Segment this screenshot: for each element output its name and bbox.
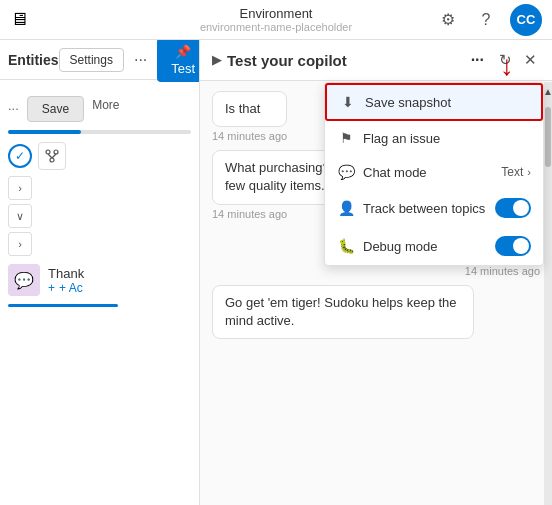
track-topics-item[interactable]: 👤 Track between topics bbox=[325, 189, 543, 227]
add-action[interactable]: + + Ac bbox=[48, 281, 84, 295]
svg-point-1 bbox=[54, 150, 58, 154]
progress-bar-fill bbox=[8, 130, 81, 134]
help-icon: ? bbox=[482, 11, 491, 29]
scrollbar-thumb[interactable] bbox=[545, 107, 551, 167]
action-row-1: ✓ bbox=[8, 142, 191, 170]
main-layout: Entities Settings ··· 📌 Test ... Save Mo… bbox=[0, 40, 552, 505]
chevron-right-icon: › bbox=[527, 166, 531, 178]
chat-bubble-1: Is that bbox=[212, 91, 287, 127]
test-button[interactable]: 📌 Test bbox=[157, 40, 200, 82]
scroll-up-arrow[interactable]: ▲ bbox=[543, 86, 552, 97]
more-button[interactable]: ··· bbox=[128, 49, 153, 71]
is-that-text: Is that bbox=[225, 101, 260, 116]
left-header-row: Entities Settings ··· 📌 Test bbox=[0, 40, 199, 80]
track-icon: 👤 bbox=[337, 200, 355, 216]
chat-mode-value: Text bbox=[501, 165, 523, 179]
flag-icon: ⚑ bbox=[337, 130, 355, 146]
debug-mode-item[interactable]: 🐛 Debug mode bbox=[325, 227, 543, 265]
svg-line-4 bbox=[52, 154, 56, 158]
entities-label: Entities bbox=[8, 52, 59, 68]
environment-title: Environment bbox=[240, 6, 313, 21]
debug-mode-left: 🐛 Debug mode bbox=[337, 238, 437, 254]
debug-mode-label: Debug mode bbox=[363, 239, 437, 254]
svg-point-2 bbox=[50, 158, 54, 162]
svg-line-3 bbox=[48, 154, 52, 158]
three-dots-button[interactable]: ··· bbox=[465, 49, 490, 71]
topic-info: Thank + + Ac bbox=[48, 266, 84, 295]
add-icon: + bbox=[48, 281, 55, 295]
settings-group: Settings ··· 📌 Test bbox=[59, 40, 200, 82]
chat-message-1: Is that 14 minutes ago bbox=[212, 91, 287, 142]
left-progress-bar bbox=[8, 304, 118, 307]
svg-point-0 bbox=[46, 150, 50, 154]
test-copilot-title: Test your copilot bbox=[227, 52, 347, 69]
track-topics-toggle[interactable] bbox=[495, 198, 531, 218]
top-bar-right: ⚙ ? CC bbox=[434, 4, 542, 36]
pin-icon: 📌 bbox=[175, 44, 191, 59]
chat-mode-left: 💬 Chat mode bbox=[337, 164, 427, 180]
save-snapshot-item[interactable]: ⬇ Save snapshot bbox=[325, 83, 543, 121]
debug-mode-toggle[interactable] bbox=[495, 236, 531, 256]
more-text: More bbox=[92, 98, 119, 112]
close-button[interactable]: ✕ bbox=[521, 48, 540, 72]
save-snapshot-label: Save snapshot bbox=[365, 95, 451, 110]
help-icon-btn[interactable]: ? bbox=[472, 6, 500, 34]
chat-mode-icon: 💬 bbox=[337, 164, 355, 180]
left-content: ... Save More ✓ bbox=[0, 80, 199, 505]
chat-mode-item[interactable]: 💬 Chat mode Text › bbox=[325, 155, 543, 189]
red-arrow-indicator: ↓ bbox=[500, 50, 514, 82]
topic-icon: 💬 bbox=[8, 264, 40, 296]
settings-icon-btn[interactable]: ⚙ bbox=[434, 6, 462, 34]
track-topics-label: Track between topics bbox=[363, 201, 485, 216]
nav-right-1[interactable]: › bbox=[8, 176, 32, 200]
check-icon: ✓ bbox=[8, 144, 32, 168]
left-panel: Entities Settings ··· 📌 Test ... Save Mo… bbox=[0, 40, 200, 505]
settings-button[interactable]: Settings bbox=[59, 48, 124, 72]
chat-message-4: Go get 'em tiger! Sudoku helps keep the … bbox=[212, 285, 474, 339]
progress-bar-container bbox=[8, 130, 191, 134]
chat-mode-value-group: Text › bbox=[501, 165, 531, 179]
chat-time-3: 14 minutes ago bbox=[410, 265, 540, 277]
dropdown-menu: ⬇ Save snapshot ⚑ Flag an issue 💬 Chat m… bbox=[324, 82, 544, 266]
save-button[interactable]: Save bbox=[27, 96, 84, 122]
what-text: What bbox=[225, 160, 255, 175]
env-icon-area: 🖥 bbox=[10, 9, 28, 30]
top-bar-center: Environment environment-name-placeholder bbox=[200, 6, 352, 33]
right-panel: ▶ Test your copilot ··· ↻ ✕ ⬇ Save snaps… bbox=[200, 40, 552, 505]
thank-text: Thank bbox=[48, 266, 84, 281]
nav-down-1[interactable]: ∨ bbox=[8, 204, 32, 228]
nav-right-2[interactable]: › bbox=[8, 232, 32, 256]
save-snapshot-left: ⬇ Save snapshot bbox=[339, 94, 451, 110]
track-topics-left: 👤 Track between topics bbox=[337, 200, 485, 216]
test-copilot-title-area: ▶ Test your copilot bbox=[212, 52, 347, 69]
flag-issue-item[interactable]: ⚑ Flag an issue bbox=[325, 121, 543, 155]
debug-icon: 🐛 bbox=[337, 238, 355, 254]
test-label: Test bbox=[171, 61, 195, 76]
flag-issue-label: Flag an issue bbox=[363, 131, 440, 146]
save-snapshot-icon: ⬇ bbox=[339, 94, 357, 110]
top-bar: 🖥 Environment environment-name-placehold… bbox=[0, 0, 552, 40]
collapse-arrow[interactable]: ▶ bbox=[212, 53, 221, 67]
env-icon: 🖥 bbox=[10, 9, 28, 29]
right-scrollbar[interactable]: ▲ bbox=[544, 82, 552, 505]
gear-icon: ⚙ bbox=[441, 10, 455, 29]
chat-mode-label: Chat mode bbox=[363, 165, 427, 180]
branch-icon[interactable] bbox=[38, 142, 66, 170]
more-dots: ... bbox=[8, 98, 19, 113]
entities-group: Entities bbox=[8, 52, 59, 68]
chat-bubble-4: Go get 'em tiger! Sudoku helps keep the … bbox=[212, 285, 474, 339]
user-avatar[interactable]: CC bbox=[510, 4, 542, 36]
flag-issue-left: ⚑ Flag an issue bbox=[337, 130, 440, 146]
environment-subtitle: environment-name-placeholder bbox=[200, 21, 352, 33]
chat-time-1: 14 minutes ago bbox=[212, 130, 287, 142]
